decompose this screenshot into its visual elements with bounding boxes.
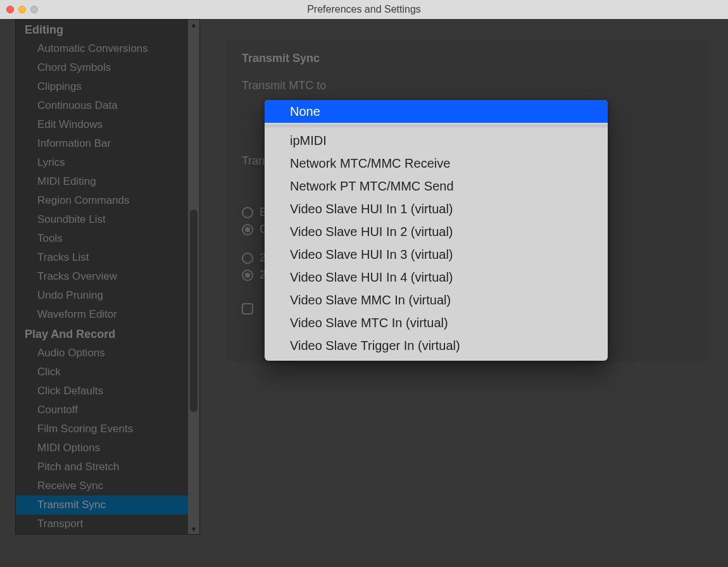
sidebar-item-tracks-list[interactable]: Tracks List xyxy=(16,248,189,267)
dropdown-item-video-slave-hui-in-4[interactable]: Video Slave HUI In 4 (virtual) xyxy=(265,266,608,289)
sidebar-item-soundbite-list[interactable]: Soundbite List xyxy=(16,210,189,229)
sidebar-item-transport[interactable]: Transport xyxy=(16,514,189,533)
sidebar-item-chord-symbols[interactable]: Chord Symbols xyxy=(16,58,189,77)
sidebar-item-continuous-data[interactable]: Continuous Data xyxy=(16,96,189,115)
sidebar-item-click-defaults[interactable]: Click Defaults xyxy=(16,382,189,401)
dropdown-item-network-mtc-mmc-receive[interactable]: Network MTC/MMC Receive xyxy=(265,152,608,175)
label-transmit-mtc: Transmit MTC to xyxy=(242,79,692,92)
sidebar-item-film-scoring-events[interactable]: Film Scoring Events xyxy=(16,420,189,439)
sidebar-item-tracks-overview[interactable]: Tracks Overview xyxy=(16,267,189,286)
sidebar-item-receive-sync[interactable]: Receive Sync xyxy=(16,477,189,495)
dropdown-item-video-slave-hui-in-1[interactable]: Video Slave HUI In 1 (virtual) xyxy=(265,197,608,220)
dropdown-transmit-mtc[interactable]: None ipMIDI Network MTC/MMC Receive Netw… xyxy=(265,100,608,361)
sidebar-item-pitch-and-stretch[interactable]: Pitch and Stretch xyxy=(16,458,189,477)
sidebar-item-audio-options[interactable]: Audio Options xyxy=(16,344,189,363)
scrollbar-thumb[interactable] xyxy=(190,209,198,412)
sidebar: Editing Automatic Conversions Chord Symb… xyxy=(15,19,200,535)
titlebar: Preferences and Settings xyxy=(0,0,728,19)
sidebar-category-play-and-record[interactable]: Play And Record xyxy=(16,324,189,344)
sidebar-category-editing[interactable]: Editing xyxy=(16,20,189,39)
sidebar-item-waveform-editor[interactable]: Waveform Editor xyxy=(16,305,189,324)
dropdown-item-none[interactable]: None xyxy=(265,100,608,123)
dropdown-item-video-slave-trigger-in[interactable]: Video Slave Trigger In (virtual) xyxy=(265,334,608,357)
radio-icon[interactable] xyxy=(242,270,253,281)
dropdown-item-video-slave-mtc-in[interactable]: Video Slave MTC In (virtual) xyxy=(265,311,608,334)
dropdown-item-video-slave-mmc-in[interactable]: Video Slave MMC In (virtual) xyxy=(265,289,608,311)
sidebar-list: Editing Automatic Conversions Chord Symb… xyxy=(16,20,189,534)
sidebar-item-transmit-sync[interactable]: Transmit Sync xyxy=(16,495,189,514)
dropdown-separator xyxy=(265,125,608,127)
dropdown-item-video-slave-hui-in-3[interactable]: Video Slave HUI In 3 (virtual) xyxy=(265,243,608,266)
panel-title: Transmit Sync xyxy=(242,52,692,65)
sidebar-item-midi-options[interactable]: MIDI Options xyxy=(16,439,189,458)
sidebar-item-information-bar[interactable]: Information Bar xyxy=(16,134,189,153)
scroll-down-icon[interactable]: ▼ xyxy=(188,524,199,534)
sidebar-item-undo-pruning[interactable]: Undo Pruning xyxy=(16,286,189,305)
sidebar-item-click[interactable]: Click xyxy=(16,363,189,382)
sidebar-item-edit-windows[interactable]: Edit Windows xyxy=(16,115,189,134)
sidebar-item-region-commands[interactable]: Region Commands xyxy=(16,191,189,210)
radio-icon[interactable] xyxy=(242,252,253,264)
dropdown-item-network-pt-mtc-mmc-send[interactable]: Network PT MTC/MMC Send xyxy=(265,175,608,197)
dropdown-item-ipmidi[interactable]: ipMIDI xyxy=(265,129,608,152)
dropdown-item-video-slave-hui-in-2[interactable]: Video Slave HUI In 2 (virtual) xyxy=(265,220,608,243)
sidebar-item-clippings[interactable]: Clippings xyxy=(16,77,189,96)
sidebar-item-midi-editing[interactable]: MIDI Editing xyxy=(16,172,189,191)
sidebar-item-automatic-conversions[interactable]: Automatic Conversions xyxy=(16,39,189,58)
sidebar-item-lyrics[interactable]: Lyrics xyxy=(16,153,189,172)
checkbox-icon[interactable] xyxy=(242,303,253,315)
sidebar-item-tools[interactable]: Tools xyxy=(16,229,189,248)
window-title: Preferences and Settings xyxy=(0,4,728,15)
sidebar-scrollbar[interactable]: ▲ ▼ xyxy=(188,20,199,534)
radio-icon[interactable] xyxy=(242,207,253,218)
scroll-up-icon[interactable]: ▲ xyxy=(188,20,199,30)
sidebar-item-countoff[interactable]: Countoff xyxy=(16,401,189,420)
radio-icon[interactable] xyxy=(242,224,253,235)
